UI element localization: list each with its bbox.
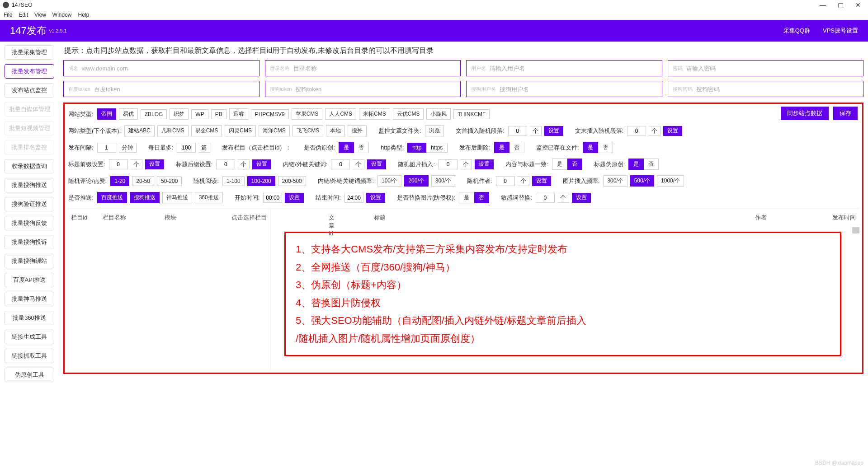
menu-view[interactable]: View (34, 12, 46, 18)
sidebar-item[interactable]: 链接生成工具 (5, 330, 54, 344)
maximize-button[interactable]: ▢ (838, 1, 844, 9)
action-button[interactable]: 设置 (544, 126, 563, 136)
toggle-option[interactable]: 否 (509, 142, 524, 153)
number-input[interactable] (97, 143, 116, 153)
toggle-option[interactable]: 是 (583, 142, 598, 153)
option-tag[interactable]: 搜狗推送 (130, 192, 160, 203)
action-button[interactable]: 设置 (475, 159, 494, 169)
option-tag[interactable]: THINKCMF (453, 109, 490, 119)
option-tag[interactable]: 500/个 (630, 175, 654, 187)
option-tag[interactable]: 凡科CMS (157, 125, 189, 136)
option-tag[interactable]: PHPCMSV9 (251, 109, 289, 119)
sidebar-item[interactable]: 伪原创工具 (5, 368, 54, 382)
number-input[interactable] (263, 193, 282, 203)
sidebar-item[interactable]: 批量搜狗反馈 (5, 216, 54, 230)
option-tag[interactable]: 织梦 (170, 108, 189, 120)
option-tag[interactable]: 100/个 (377, 175, 401, 187)
option-tag[interactable]: 搜外 (348, 125, 367, 136)
option-tag[interactable]: 1000/个 (657, 175, 684, 187)
option-tag[interactable]: 迅睿 (229, 108, 248, 120)
header-link-vps[interactable]: VPS拨号设置 (823, 27, 858, 35)
text-input[interactable] (94, 86, 255, 93)
option-tag[interactable]: PB (211, 109, 226, 119)
menu-edit[interactable]: Edit (19, 12, 28, 18)
option-tag[interactable]: 易优 (119, 108, 138, 120)
action-button[interactable]: 设置 (367, 159, 386, 169)
sidebar-item[interactable]: 百度API推送 (5, 273, 54, 287)
option-tag[interactable]: 云优CMS (393, 108, 424, 120)
sidebar-item[interactable]: 批量自媒体管理 (5, 102, 54, 117)
text-input[interactable] (686, 65, 859, 72)
action-button[interactable]: 设置 (145, 159, 164, 169)
option-tag[interactable]: 1-100 (222, 176, 245, 186)
number-input[interactable] (496, 176, 515, 186)
toggle-option[interactable]: 是 (339, 142, 354, 153)
option-tag[interactable]: 易企CMS (191, 125, 222, 136)
option-tag[interactable]: 飞飞CMS (292, 125, 324, 136)
option-tag[interactable]: 本地 (326, 125, 345, 136)
option-tag[interactable]: 神马推送 (162, 192, 192, 203)
option-tag[interactable]: 苹果CMS (292, 108, 323, 120)
number-input[interactable] (536, 193, 555, 203)
text-input[interactable] (295, 86, 456, 93)
sidebar-item[interactable]: 批量搜狗推送 (5, 178, 54, 192)
text-input[interactable] (293, 65, 456, 72)
option-tag[interactable]: 200/个 (404, 175, 428, 187)
menu-window[interactable]: Window (52, 12, 72, 18)
sidebar-item[interactable]: 批量搜狗投诉 (5, 235, 54, 249)
menu-file[interactable]: File (4, 12, 12, 18)
close-button[interactable]: ✕ (855, 1, 861, 9)
toggle-option[interactable]: 否 (567, 159, 582, 170)
option-tag[interactable]: 百度推送 (97, 192, 127, 203)
save-button[interactable]: 保存 (833, 107, 858, 120)
sidebar-item[interactable]: 批量神马推送 (5, 292, 54, 306)
action-button[interactable]: 设置 (285, 193, 304, 203)
option-tag[interactable]: 20-50 (132, 176, 154, 186)
minimize-button[interactable]: — (820, 1, 826, 9)
header-link-qq[interactable]: 采集QQ群 (783, 27, 810, 35)
option-tag[interactable]: 300/个 (431, 175, 455, 187)
option-tag[interactable]: 帝国 (97, 108, 116, 120)
option-tag[interactable]: 浏览 (425, 125, 444, 136)
text-input[interactable] (490, 65, 657, 72)
text-input[interactable] (500, 86, 657, 93)
toggle-option[interactable]: https (426, 143, 448, 153)
action-button[interactable]: 设置 (252, 159, 271, 169)
sidebar-item[interactable]: 批量搜狗绑站 (5, 254, 54, 268)
number-input[interactable] (177, 143, 196, 153)
text-input[interactable] (82, 65, 255, 72)
option-tag[interactable]: 50-200 (157, 176, 182, 186)
number-input[interactable] (109, 159, 128, 169)
action-button[interactable]: 设置 (532, 176, 551, 186)
sidebar-item[interactable]: 收录数据查询 (5, 159, 54, 173)
number-input[interactable] (439, 159, 458, 169)
option-tag[interactable]: 建站ABC (124, 125, 155, 136)
sidebar-item[interactable]: 搜狗验证推送 (5, 197, 54, 211)
option-tag[interactable]: 小旋风 (426, 108, 451, 120)
number-input[interactable] (627, 126, 646, 136)
toggle-option[interactable]: 是 (494, 142, 509, 153)
menu-help[interactable]: Help (78, 12, 90, 18)
number-input[interactable] (344, 193, 363, 203)
option-tag[interactable]: 米拓CMS (359, 108, 390, 120)
option-tag[interactable]: 闪灵CMS (225, 125, 256, 136)
sidebar-item[interactable]: 批量排名监控 (5, 140, 54, 154)
number-input[interactable] (331, 159, 350, 169)
option-tag[interactable]: ZBLOG (141, 109, 167, 119)
toggle-option[interactable]: 是 (552, 159, 567, 170)
text-input[interactable] (696, 86, 859, 93)
option-tag[interactable]: 360推送 (195, 192, 223, 203)
toggle-option[interactable]: http (407, 143, 426, 153)
option-tag[interactable]: 海洋CMS (259, 125, 290, 136)
option-tag[interactable]: 100-200 (247, 176, 275, 186)
number-input[interactable] (508, 126, 527, 136)
toggle-option[interactable]: 否 (644, 159, 659, 170)
sidebar-item[interactable]: 批量短视频管理 (5, 121, 54, 135)
sidebar-item[interactable]: 发布站点监控 (5, 83, 54, 98)
action-button[interactable]: 设置 (572, 193, 591, 203)
sidebar-item[interactable]: 批量发布管理 (5, 64, 54, 79)
option-tag[interactable]: 1-20 (110, 176, 129, 186)
toggle-option[interactable]: 是 (628, 159, 644, 170)
action-button[interactable]: 设置 (366, 193, 385, 203)
option-tag[interactable]: WP (191, 109, 208, 119)
